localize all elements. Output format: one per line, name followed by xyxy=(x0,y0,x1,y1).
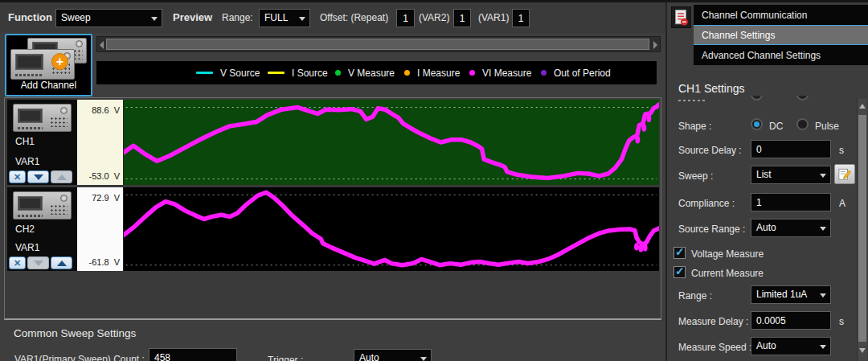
report-icon[interactable] xyxy=(671,6,691,28)
voltage-measure-checkbox[interactable] xyxy=(674,247,686,259)
y-axis-ch2: 72.9V -61.8V xyxy=(77,187,123,271)
move-down-button[interactable] xyxy=(27,170,49,183)
clipped-settings-row xyxy=(667,96,855,104)
y-axis-ch1: 88.6V -53.0V xyxy=(77,100,123,185)
instrument-image xyxy=(13,104,72,132)
settings-menu: Channel Communication Channel Settings A… xyxy=(694,5,868,65)
add-channel-label: Add Channel xyxy=(6,80,91,91)
edit-sweep-list-button[interactable] xyxy=(834,164,855,184)
channel-sweep-var: VAR1 xyxy=(15,242,39,253)
add-channel-button[interactable]: + Add Channel xyxy=(5,34,92,96)
shape-radio-dc[interactable] xyxy=(751,118,763,130)
source-range-dropdown[interactable]: Auto xyxy=(751,219,831,237)
offset-repeat-input[interactable] xyxy=(396,9,415,27)
menu-item-channel-communication[interactable]: Channel Communication xyxy=(694,5,868,25)
i-measure-dot-icon xyxy=(404,70,410,76)
menu-item-channel-settings[interactable]: Channel Settings xyxy=(694,25,868,45)
arrow-down-icon xyxy=(34,260,43,266)
channel-row-ch2: CH2 VAR1 ✕ 72.9V -61.8V xyxy=(6,187,659,271)
measure-delay-label: Measure Delay : xyxy=(678,316,748,327)
vi-measure-dot-icon xyxy=(469,70,475,76)
channel-name: CH2 xyxy=(15,224,35,235)
channel-preview-panel: CH1 VAR1 ✕ 88.6V -53.0V CH2 VAR1 xyxy=(4,97,661,320)
trigger-label: Trigger : xyxy=(268,355,303,361)
source-delay-unit: s xyxy=(839,145,844,156)
close-channel-button[interactable]: ✕ xyxy=(9,256,26,269)
legend-item-out-of-period: Out of Period xyxy=(541,61,611,84)
scroll-right-icon[interactable] xyxy=(653,41,657,49)
arrow-up-icon xyxy=(57,260,67,266)
scroll-up-icon[interactable] xyxy=(859,104,866,109)
channel-strip-ch2[interactable]: CH2 VAR1 ✕ xyxy=(7,187,77,271)
clipped-radio xyxy=(751,96,763,101)
var1-input[interactable] xyxy=(512,9,530,27)
shape-pulse-label: Pulse xyxy=(815,121,839,132)
compliance-input[interactable] xyxy=(751,193,831,211)
channel-row-ch1: CH1 VAR1 ✕ 88.6V -53.0V xyxy=(6,100,659,185)
out-of-period-dot-icon xyxy=(541,70,547,76)
v-measure-dot-icon xyxy=(335,70,341,76)
source-range-label: Source Range : xyxy=(678,224,745,235)
measure-speed-label: Measure Speed : xyxy=(678,342,751,353)
shape-dc-label: DC xyxy=(769,121,783,132)
offset-repeat-label: Offset: (Repeat) xyxy=(320,12,388,23)
scroll-down-icon[interactable] xyxy=(859,348,866,353)
top-toolbar: Function Sweep Preview Range: FULL Offse… xyxy=(0,2,665,33)
shape-radio-pulse[interactable] xyxy=(796,118,809,130)
i-source-line-icon xyxy=(268,72,285,74)
current-measure-label: Current Measure xyxy=(691,268,764,279)
function-label: Function xyxy=(8,11,52,23)
function-dropdown[interactable]: Sweep xyxy=(55,9,162,27)
source-delay-input[interactable] xyxy=(751,140,831,158)
close-channel-button[interactable]: ✕ xyxy=(9,170,26,183)
scrollbar-thumb[interactable] xyxy=(858,115,866,342)
var1-count-input[interactable] xyxy=(149,348,237,361)
common-sweep-settings-title: Common Sweep Settings xyxy=(14,327,136,339)
move-down-button[interactable] xyxy=(27,256,49,269)
chevron-down-icon xyxy=(820,293,826,297)
channel-strip-ch1[interactable]: CH1 VAR1 ✕ xyxy=(7,100,77,185)
measure-speed-dropdown[interactable]: Auto xyxy=(751,337,831,355)
compliance-label: Compliance : xyxy=(678,198,735,209)
chevron-down-icon xyxy=(820,174,826,178)
arrow-down-icon xyxy=(34,174,43,180)
arrow-up-icon xyxy=(57,174,67,180)
measure-delay-input[interactable] xyxy=(751,311,831,330)
scrollbar-thumb[interactable] xyxy=(106,39,649,50)
preview-horizontal-scrollbar[interactable] xyxy=(96,36,661,52)
legend-item-i-source: I Source xyxy=(268,61,328,84)
add-plus-icon: + xyxy=(51,53,68,70)
var2-label: (VAR2) xyxy=(419,12,449,23)
sweep-label: Sweep : xyxy=(678,170,713,182)
channel-sweep-var: VAR1 xyxy=(15,156,39,167)
measure-range-dropdown[interactable]: Limited 1uA xyxy=(751,285,831,304)
move-up-button[interactable] xyxy=(51,170,72,183)
scroll-left-icon[interactable] xyxy=(100,41,104,49)
preview-chart-ch1[interactable] xyxy=(123,100,659,185)
current-measure-checkbox[interactable] xyxy=(674,266,686,278)
channel-name: CH1 xyxy=(15,136,35,147)
var1-label: (VAR1) xyxy=(478,12,509,23)
sweep-dropdown[interactable]: List xyxy=(751,166,831,184)
chevron-down-icon xyxy=(151,17,158,21)
shape-label: Shape : xyxy=(678,121,711,132)
edit-pencil-icon xyxy=(837,168,852,181)
range-dropdown[interactable]: FULL xyxy=(259,9,310,27)
legend-item-v-source: V Source xyxy=(196,61,260,84)
instrument-image xyxy=(13,191,72,219)
move-up-button[interactable] xyxy=(51,256,72,269)
preview-chart-ch2[interactable] xyxy=(123,187,659,271)
chevron-down-icon xyxy=(820,345,826,349)
var2-input[interactable] xyxy=(453,9,471,27)
trigger-dropdown[interactable]: Auto xyxy=(354,349,432,361)
v-source-line-icon xyxy=(196,72,213,74)
range-label: Range: xyxy=(222,12,253,23)
ch1-settings-title: CH1 Settings xyxy=(678,82,744,95)
clipped-radio xyxy=(796,96,809,101)
menu-item-advanced-channel-settings[interactable]: Advanced Channel Settings xyxy=(694,45,868,65)
range-label: Range : xyxy=(678,290,712,302)
measure-delay-unit: s xyxy=(839,316,844,327)
chevron-down-icon xyxy=(299,17,305,21)
settings-vertical-scrollbar[interactable] xyxy=(857,99,867,361)
legend-item-v-measure: V Measure xyxy=(335,61,395,84)
